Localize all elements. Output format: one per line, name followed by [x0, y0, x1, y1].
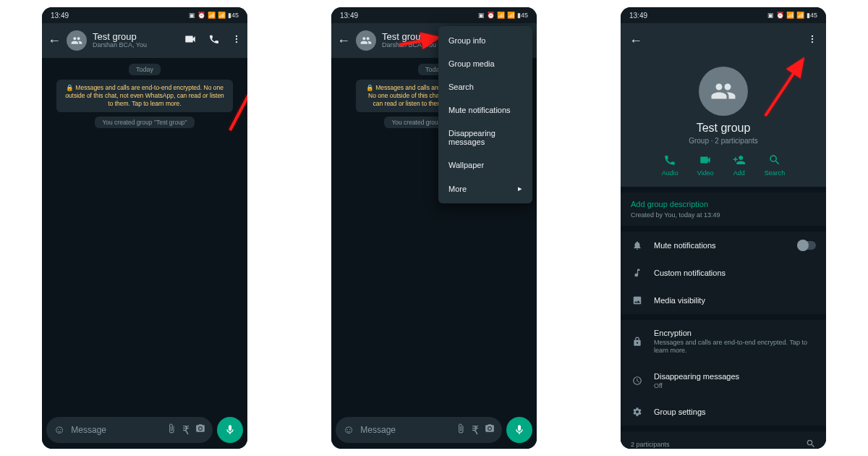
chat-subtitle: Darshan BCA, You [93, 42, 178, 49]
status-time: 13:49 [340, 12, 358, 20]
more-options-icon[interactable] [807, 34, 817, 47]
chat-title-block[interactable]: Test group Darshan BCA, You [93, 32, 178, 49]
chat-body: Today 🔒 Messages and calls are end-to-en… [42, 58, 247, 449]
info-app-bar: ← [621, 23, 826, 58]
back-icon[interactable]: ← [337, 33, 350, 48]
camera-icon[interactable] [485, 423, 495, 436]
more-options-icon[interactable] [231, 34, 242, 47]
options-dropdown: Group info Group media Search Mute notif… [438, 26, 532, 203]
action-search[interactable]: Search [765, 153, 786, 177]
mute-item[interactable]: Mute notifications [621, 232, 826, 259]
chat-title: Test group [93, 32, 178, 42]
group-name: Test group [697, 122, 751, 135]
status-time: 13:49 [51, 12, 69, 20]
back-icon[interactable]: ← [48, 33, 61, 48]
image-icon [631, 295, 644, 305]
emoji-icon[interactable]: ☺ [343, 423, 354, 436]
system-message: You created group "Test group" [95, 117, 194, 128]
group-avatar[interactable] [356, 30, 376, 51]
date-pill: Today [129, 64, 161, 75]
encryption-notice[interactable]: 🔒 Messages and calls are end-to-end encr… [56, 80, 233, 112]
menu-search[interactable]: Search [438, 75, 532, 98]
screen-3-group-info: 13:49 ▣⏰📶📶▮45 ← Test group Group · 2 par… [621, 7, 826, 449]
lock-icon [631, 337, 644, 347]
input-row: ☺ Message ₹ [336, 417, 532, 443]
svg-point-9 [812, 41, 813, 43]
action-video[interactable]: Video [697, 153, 714, 177]
custom-notif-item[interactable]: Custom notifications [621, 259, 826, 287]
menu-more[interactable]: More▸ [438, 177, 532, 200]
group-subtitle: Group · 2 participants [689, 137, 758, 145]
status-bar: 13:49 ▣⏰📶📶▮45 [621, 7, 826, 23]
add-description[interactable]: Add group description [631, 200, 816, 208]
svg-point-0 [236, 35, 237, 37]
chat-app-bar: ← Test group Darshan BCA, You [42, 23, 247, 58]
status-icons: ▣⏰📶📶▮45 [767, 12, 817, 19]
rupee-icon[interactable]: ₹ [182, 423, 190, 437]
status-time: 13:49 [629, 12, 647, 20]
svg-point-7 [812, 35, 813, 37]
mic-button[interactable] [506, 417, 532, 443]
video-call-icon[interactable] [184, 33, 197, 48]
svg-point-1 [236, 38, 237, 40]
input-placeholder: Message [360, 425, 450, 435]
svg-point-8 [812, 38, 813, 40]
menu-mute[interactable]: Mute notifications [438, 98, 532, 122]
emoji-icon[interactable]: ☺ [54, 423, 65, 436]
rupee-icon[interactable]: ₹ [472, 423, 479, 437]
status-icons: ▣⏰📶📶▮45 [478, 12, 528, 19]
media-visibility-item[interactable]: Media visibility [621, 287, 826, 314]
menu-group-info[interactable]: Group info [438, 29, 532, 52]
mic-button[interactable] [217, 417, 243, 443]
svg-point-2 [236, 41, 237, 43]
input-row: ☺ Message ₹ [46, 417, 243, 443]
attach-icon[interactable] [456, 423, 466, 436]
encryption-item[interactable]: EncryptionMessages and calls are end-to-… [621, 320, 826, 363]
timer-icon [631, 376, 644, 386]
back-icon[interactable]: ← [629, 33, 642, 48]
disappearing-item[interactable]: Disappearing messagesOff [621, 363, 826, 399]
voice-call-icon[interactable] [208, 33, 220, 48]
bell-icon [631, 240, 644, 250]
group-avatar-large[interactable] [699, 67, 748, 116]
input-placeholder: Message [71, 425, 161, 435]
menu-group-media[interactable]: Group media [438, 52, 532, 75]
chevron-right-icon: ▸ [518, 184, 522, 193]
search-icon[interactable] [806, 439, 816, 449]
group-settings-item[interactable]: Group settings [621, 398, 826, 426]
gear-icon [631, 407, 644, 417]
menu-disappearing[interactable]: Disappearing messages [438, 122, 532, 153]
music-note-icon [631, 268, 644, 278]
attach-icon[interactable] [166, 423, 176, 436]
status-bar: 13:49 ▣⏰📶📶▮45 [42, 7, 247, 23]
status-bar: 13:49 ▣⏰📶📶▮45 [331, 7, 537, 23]
screen-1-chat: 13:49 ▣⏰📶📶▮45 ← Test group Darshan BCA, … [42, 7, 247, 449]
message-input[interactable]: ☺ Message ₹ [336, 417, 502, 443]
camera-icon[interactable] [195, 423, 205, 436]
action-audio[interactable]: Audio [662, 153, 678, 177]
created-label: Created by You, today at 13:49 [631, 211, 816, 219]
mute-toggle[interactable] [797, 241, 816, 250]
participants-header: 2 participants [621, 431, 826, 449]
action-add[interactable]: Add [733, 153, 746, 177]
group-hero: Test group Group · 2 participants Audio … [621, 58, 826, 187]
menu-wallpaper[interactable]: Wallpaper [438, 153, 532, 177]
screen-2-menu: 13:49 ▣⏰📶📶▮45 ← Test group Darshan BCA, … [331, 7, 537, 449]
group-avatar[interactable] [67, 30, 87, 51]
message-input[interactable]: ☺ Message ₹ [46, 417, 213, 443]
status-icons: ▣⏰📶📶▮45 [189, 12, 239, 19]
description-section: Add group description Created by You, to… [621, 193, 826, 226]
